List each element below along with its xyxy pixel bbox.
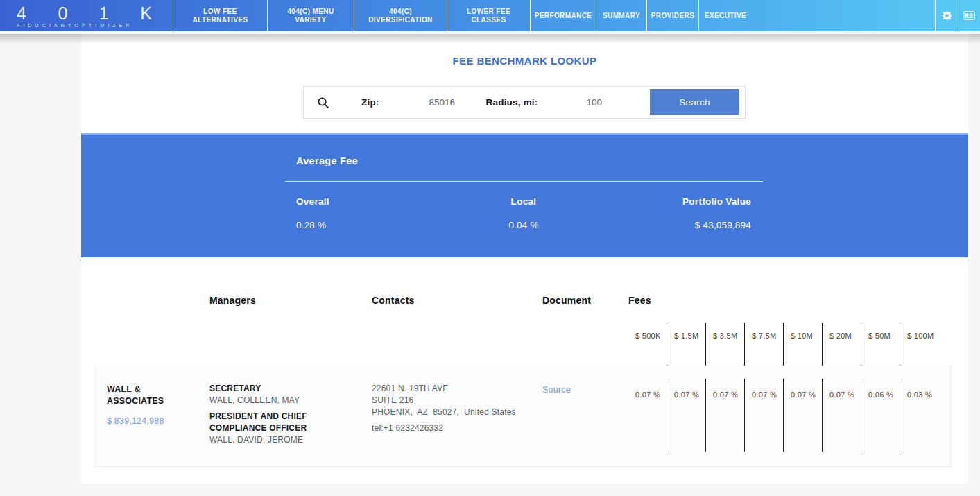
local-label: Local <box>448 196 600 207</box>
nav-item-executive[interactable]: EXECUTIVE <box>699 0 752 31</box>
search-button[interactable]: Search <box>650 89 739 115</box>
zip-input[interactable] <box>429 97 479 108</box>
fee-value: 0.07 % <box>745 379 784 452</box>
manager-portfolio-link[interactable]: $ 839,124,988 <box>107 416 197 426</box>
address-line: SUITE 216 <box>372 395 545 407</box>
portfolio-value-label: Portfolio Value <box>599 196 751 207</box>
search-icon <box>317 96 329 109</box>
contact-card-icon[interactable] <box>958 0 980 31</box>
fee-tier-header: $ 10M <box>784 323 823 366</box>
nav-item-performance[interactable]: PERFORMANCE <box>531 0 596 31</box>
average-fee-title: Average Fee <box>285 135 763 166</box>
overall-value: 0.28 % <box>296 220 448 230</box>
nav-item-lower-fee-classes[interactable]: LOWER FEE CLASSES <box>447 0 531 31</box>
manager-name: WALL & ASSOCIATES <box>107 384 197 407</box>
overall-label: Overall <box>296 196 448 207</box>
nav-item-404c-menu-variety[interactable]: 404(C) MENU VARIETY <box>268 0 354 31</box>
fee-lookup-form: Zip: Radius, mi: Search <box>303 86 746 119</box>
role-person: WALL, DAVID, JEROME <box>209 434 334 446</box>
fee-tier-header-row: $ 500K $ 1.5M $ 3.5M $ 7.5M $ 10M $ 20M … <box>628 323 943 366</box>
address-line: PHOENIX, AZ 85027, United States <box>372 407 545 418</box>
column-header-fees: Fees <box>628 295 651 306</box>
column-header-managers: Managers <box>209 295 256 306</box>
brand-tagline: FIDUCIARYOPTIMIZER <box>17 23 152 28</box>
divider <box>285 181 763 182</box>
brand-logo-text: 401K <box>17 5 152 22</box>
local-value: 0.04 % <box>448 220 600 230</box>
fee-value: 0.07 % <box>628 379 667 452</box>
nav-item-summary[interactable]: SUMMARY <box>596 0 647 31</box>
phone-number: tel:+1 6232426332 <box>372 423 545 433</box>
portfolio-value-value: $ 43,059,894 <box>599 220 751 230</box>
brand-logo[interactable]: 401K FIDUCIARYOPTIMIZER <box>0 0 173 31</box>
fee-tier-header: $ 3.5M <box>706 323 745 366</box>
table-row: WALL & ASSOCIATES $ 839,124,988 SECRETAR… <box>95 366 952 467</box>
fee-tier-header: $ 500K <box>628 323 667 366</box>
average-fee-panel: Average Fee Overall 0.28 % Local 0.04 % … <box>81 133 968 257</box>
fee-tier-header: $ 1.5M <box>667 323 706 366</box>
settings-gear-icon[interactable] <box>935 0 958 31</box>
fee-tier-header: $ 7.5M <box>745 323 784 366</box>
nav-item-providers[interactable]: PROVIDERS <box>647 0 699 31</box>
role-title: PRESIDENT AND CHIEF COMPLIANCE OFFICER <box>209 411 334 434</box>
role-title: SECRETARY <box>209 383 334 395</box>
column-header-contacts: Contacts <box>372 295 415 306</box>
top-navbar: 401K FIDUCIARYOPTIMIZER LOW FEE ALTERNAT… <box>0 0 980 33</box>
fee-tier-header: $ 100M <box>900 323 943 366</box>
document-source-link[interactable]: Source <box>542 385 571 395</box>
fee-values-row: 0.07 % 0.07 % 0.07 % 0.07 % 0.07 % 0.07 … <box>628 379 943 452</box>
address-line: 22601 N. 19TH AVE <box>372 383 545 395</box>
fee-tier-header: $ 20M <box>823 323 861 366</box>
fee-value: 0.07 % <box>784 379 823 452</box>
fee-value: 0.07 % <box>706 379 745 452</box>
nav-item-low-fee-alternatives[interactable]: LOW FEE ALTERNATIVES <box>173 0 268 31</box>
radius-label: Radius, mi: <box>486 97 538 108</box>
fee-value: 0.07 % <box>823 379 861 452</box>
zip-label: Zip: <box>361 97 379 108</box>
main-content: FEE BENCHMARK LOOKUP Zip: Radius, mi: Se… <box>81 33 968 484</box>
nav-item-404c-diversification[interactable]: 404(C) DIVERSIFICATION <box>354 0 447 31</box>
page-title: FEE BENCHMARK LOOKUP <box>81 55 968 67</box>
nav-spacer <box>752 0 935 31</box>
column-header-document: Document <box>542 295 591 306</box>
fee-value: 0.07 % <box>667 379 706 452</box>
role-person: WALL, COLLEEN, MAY <box>209 395 334 407</box>
fee-tier-header: $ 50M <box>861 323 900 366</box>
fee-value: 0.06 % <box>861 379 900 452</box>
fee-value: 0.03 % <box>900 379 943 452</box>
radius-input[interactable] <box>587 97 623 108</box>
